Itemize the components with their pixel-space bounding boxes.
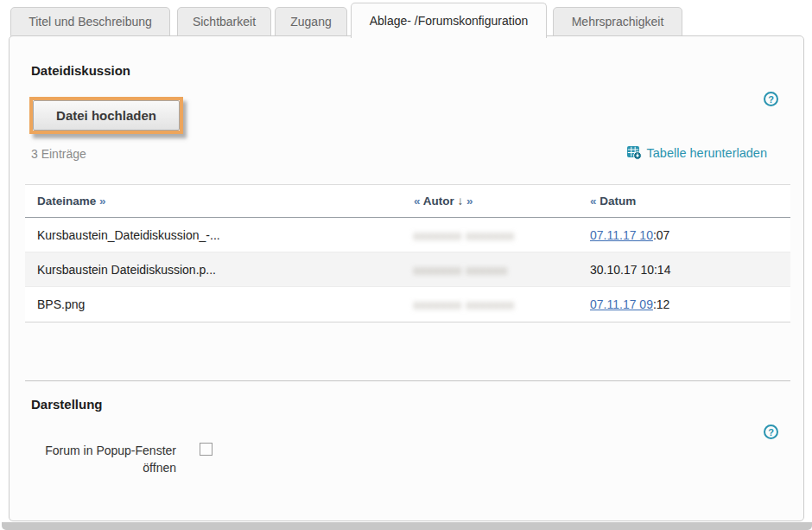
date-rest: :12 bbox=[653, 297, 669, 311]
date-rest: :07 bbox=[653, 228, 669, 242]
tab-zugang[interactable]: Zugang bbox=[275, 7, 347, 36]
sort-prev-icon[interactable]: « bbox=[590, 195, 597, 208]
screen: Titel und Beschreibung Sichtbarkeit Zuga… bbox=[0, 0, 812, 530]
date-link[interactable]: 07.11.17 09 bbox=[590, 297, 653, 311]
date-cell: 07.11.17 10:07 bbox=[578, 228, 790, 242]
help-icon[interactable]: ? bbox=[764, 425, 778, 439]
file-table: Dateiname » « Autor ↓ » « Datum Kursbaus… bbox=[25, 184, 790, 322]
popup-window-label-line2: öffnen bbox=[31, 459, 176, 476]
column-header-autor[interactable]: « Autor ↓ » bbox=[402, 195, 578, 208]
display-section-heading: Darstellung bbox=[31, 397, 103, 412]
author-redacted: xxxxxxx xxxxxxx bbox=[414, 298, 515, 311]
sort-next-icon[interactable]: » bbox=[99, 195, 106, 208]
popup-window-label-line1: Forum in Popup-Fenster bbox=[31, 442, 176, 459]
config-panel: Dateidiskussion ? Datei hochladen 3 Eint… bbox=[9, 35, 804, 521]
section-divider bbox=[25, 380, 790, 382]
table-row: Kursbaustein_Dateidiskussion_-... xxxxxx… bbox=[25, 218, 790, 252]
tab-titel-und-beschreibung[interactable]: Titel und Beschreibung bbox=[10, 7, 170, 36]
upload-file-button[interactable]: Datei hochladen bbox=[33, 100, 180, 131]
page-bottom-edge bbox=[2, 522, 812, 530]
author-redacted: xxxxxxx xxxxxx bbox=[414, 264, 508, 277]
tab-sichtbarkeit[interactable]: Sichtbarkeit bbox=[177, 7, 271, 36]
table-row: Kursbaustein Dateidiskussion.p... xxxxxx… bbox=[25, 252, 790, 287]
entries-count: 3 Einträge bbox=[31, 147, 86, 161]
column-header-datum[interactable]: « Datum bbox=[578, 195, 790, 208]
author-redacted: xxxxxxx xxxxxxx bbox=[414, 229, 515, 242]
tab-ablage-forumskonfiguration[interactable]: Ablage- /Forumskonfiguration bbox=[351, 3, 547, 38]
date-link[interactable]: 07.11.17 10 bbox=[590, 228, 653, 242]
col-datum-label: Datum bbox=[599, 195, 636, 208]
download-table-label: Tabelle herunterladen bbox=[647, 146, 767, 160]
table-row: BPS.png xxxxxxx xxxxxxx 07.11.17 09:12 bbox=[25, 287, 790, 322]
help-icon[interactable]: ? bbox=[764, 92, 778, 106]
author-cell: xxxxxxx xxxxxxx bbox=[402, 297, 578, 311]
table-download-icon bbox=[627, 145, 642, 160]
column-header-dateiname[interactable]: Dateiname » bbox=[25, 195, 402, 208]
col-autor-label: Autor bbox=[423, 195, 454, 208]
sort-direction-icon: ↓ bbox=[458, 195, 464, 208]
download-table-link[interactable]: Tabelle herunterladen bbox=[627, 145, 767, 160]
popup-window-checkbox[interactable] bbox=[200, 443, 213, 456]
col-dateiname-label: Dateiname bbox=[37, 195, 96, 208]
sort-prev-icon[interactable]: « bbox=[414, 195, 421, 208]
date-cell: 07.11.17 09:12 bbox=[578, 297, 790, 311]
author-cell: xxxxxxx xxxxxxx bbox=[402, 228, 578, 242]
file-discussion-heading: Dateidiskussion bbox=[31, 63, 130, 78]
date-cell: 30.10.17 10:14 bbox=[578, 263, 790, 277]
sort-next-icon[interactable]: » bbox=[466, 195, 473, 208]
filename-cell: BPS.png bbox=[25, 297, 402, 311]
popup-window-label: Forum in Popup-Fenster öffnen bbox=[31, 442, 176, 476]
filename-cell: Kursbaustein Dateidiskussion.p... bbox=[25, 263, 402, 277]
author-cell: xxxxxxx xxxxxx bbox=[402, 263, 578, 277]
table-header-row: Dateiname » « Autor ↓ » « Datum bbox=[25, 185, 790, 218]
filename-cell: Kursbaustein_Dateidiskussion_-... bbox=[25, 228, 402, 242]
tab-mehrsprachigkeit[interactable]: Mehrsprachigkeit bbox=[553, 7, 682, 36]
upload-button-highlight: Datei hochladen bbox=[29, 97, 183, 134]
date-rest: 30.10.17 10:14 bbox=[590, 263, 670, 277]
